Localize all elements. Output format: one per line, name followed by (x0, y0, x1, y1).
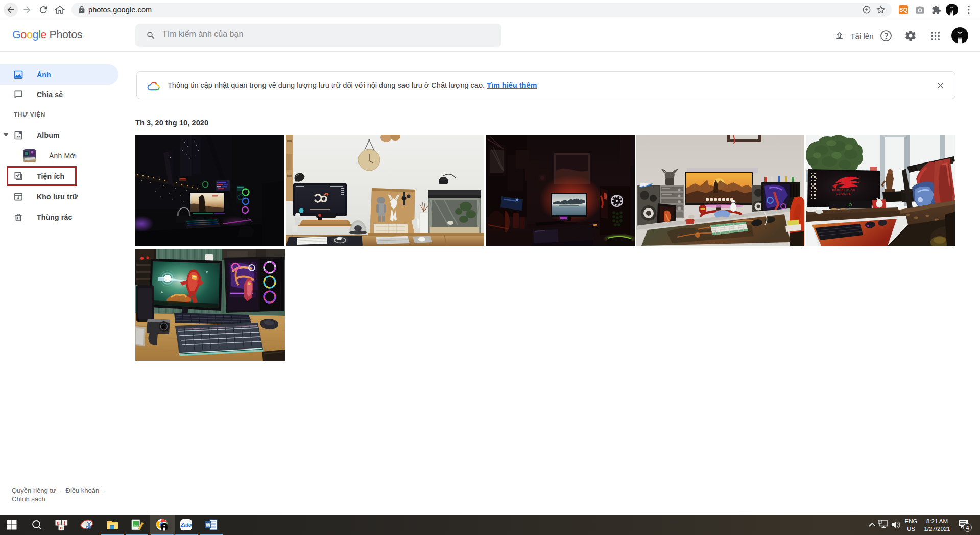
svg-text:W: W (206, 522, 211, 528)
svg-text:n: n (60, 525, 63, 530)
svg-text:u: u (57, 521, 60, 526)
svg-text:Zalo: Zalo (180, 522, 192, 528)
svg-text:i: i (64, 521, 65, 526)
svg-text:REPUBLIC OF: REPUBLIC OF (832, 189, 855, 192)
svg-text:GAMERS: GAMERS (836, 192, 851, 195)
